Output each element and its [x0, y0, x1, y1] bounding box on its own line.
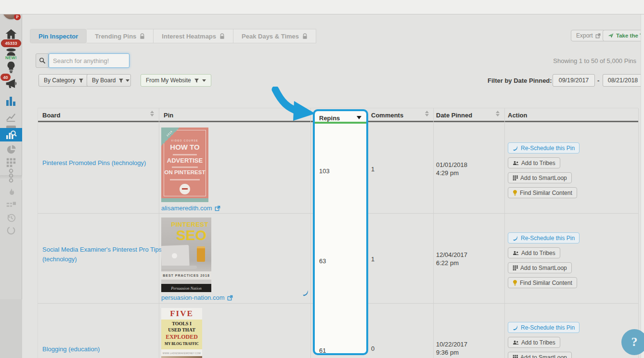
reschedule-pin-button[interactable]: Re-Schedule this Pin	[508, 232, 580, 243]
repins-value: 103	[319, 167, 330, 175]
tab-label: Interest Heatmaps	[162, 33, 216, 40]
pin-thumbnail[interactable]: FIVE TOOLS I USED THAT EXPLODED MY BLOG …	[161, 308, 202, 358]
board-link[interactable]: Pinterest Promoted Pins (technology)	[42, 158, 158, 168]
board-link[interactable]: Social Media Examiner's Pinterest Pro Ti…	[42, 245, 164, 264]
column-header-repins[interactable]: Repins	[319, 115, 340, 122]
sidebar-item-referral-traffic[interactable]	[0, 168, 22, 183]
people-icon	[513, 340, 519, 345]
reschedule-pin-button[interactable]: Re-Schedule this Pin	[508, 142, 580, 153]
tab-interest-heatmaps[interactable]: Interest Heatmaps	[154, 29, 233, 43]
poster-photo	[161, 356, 202, 358]
chevron-down-icon	[126, 79, 129, 82]
pin-source-link[interactable]: alisameredith.com	[161, 204, 220, 213]
sort-icon[interactable]	[150, 111, 154, 116]
pin-thumbnail[interactable]: 2018 VIDEO COURSE HOW TO ADVERTISE ON PI…	[161, 128, 208, 202]
flame-icon	[6, 187, 16, 198]
column-header-action: Action	[508, 112, 527, 119]
date-from-input[interactable]	[553, 74, 595, 87]
sort-icon[interactable]	[425, 111, 429, 116]
add-to-tribes-button[interactable]: Add to Tribes	[508, 157, 560, 168]
highlight-underline	[315, 122, 366, 124]
column-header-pin[interactable]: Pin	[164, 112, 173, 119]
add-to-smartloop-button[interactable]: Add to SmartLoop	[508, 262, 572, 273]
sidebar-item-home[interactable]	[0, 28, 22, 40]
column-header-comments[interactable]: Comments	[371, 112, 403, 119]
pin-inspector-app: Pin Inspector 44 ? P 45333 NEW!	[0, 0, 644, 358]
traffic-light-icon	[6, 168, 16, 183]
column-header-board[interactable]: Board	[42, 112, 61, 119]
tab-bar: Pin Inspector Trending Pins Interest Hea…	[30, 29, 316, 43]
filter-from-my-website-button[interactable]: From My Website	[141, 74, 211, 87]
poster-footer	[161, 198, 208, 202]
take-the-tour-button[interactable]: Take the Tour	[603, 30, 644, 41]
add-to-smartloop-button[interactable]: Add to SmartLoop	[508, 352, 572, 358]
home-icon	[4, 28, 18, 40]
time-pinned-value: 9:36 pm	[436, 349, 459, 356]
search-icon-box	[36, 53, 49, 68]
sync-icon	[6, 225, 16, 236]
tailwind-feather-icon	[513, 145, 518, 151]
tour-arrow-icon	[268, 87, 320, 124]
juice-glass-graphic	[197, 246, 205, 262]
tab-peak-days-times[interactable]: Peak Days & Times	[233, 29, 316, 43]
poster-text: FIVE	[161, 309, 202, 319]
pin-thumbnail[interactable]: PINTEREST SEO BEST PRACTICES 2018 Persua…	[161, 217, 211, 292]
sidebar-item-drafts[interactable]	[0, 201, 22, 209]
column-header-date-pinned[interactable]: Date Pinned	[436, 112, 472, 119]
lightbulb-icon	[5, 61, 17, 74]
sidebar-item-organic-pins[interactable]	[0, 157, 22, 167]
divider	[38, 108, 38, 358]
sidebar-item-insights[interactable]	[0, 61, 22, 74]
lightbulb-icon	[513, 280, 517, 286]
repins-column-highlight: Repins 103 63 61	[313, 109, 368, 355]
add-to-tribes-button[interactable]: Add to Tribes	[508, 337, 560, 348]
scrollbar-track[interactable]	[641, 14, 644, 358]
tab-label: Pin Inspector	[39, 33, 78, 40]
date-pinned-value: 01/01/2018	[436, 161, 467, 168]
reschedule-pin-button[interactable]: Re-Schedule this Pin	[508, 322, 580, 333]
search-input[interactable]	[49, 53, 129, 68]
button-label: Add to SmartLoop	[520, 265, 567, 271]
tour-label: Take the Tour	[616, 33, 644, 38]
pin-source-link[interactable]: persuasion-nation.com	[161, 293, 233, 303]
sort-icon[interactable]	[496, 111, 500, 116]
poster-text: BEST PRACTICES 2018	[161, 271, 211, 280]
sidebar-item-pin-inspector[interactable]	[0, 128, 22, 141]
poster-text: ADVERTISE	[161, 157, 208, 164]
sidebar-item-sync[interactable]	[0, 225, 22, 236]
find-similar-content-button[interactable]: Find Similar Content	[508, 277, 577, 288]
tab-pin-inspector[interactable]: Pin Inspector	[30, 29, 87, 43]
filter-by-date-label: Filter by Date Pinned:	[488, 77, 552, 84]
tab-trending-pins[interactable]: Trending Pins	[87, 29, 154, 43]
filter-by-board-button[interactable]: By Board	[87, 74, 131, 87]
button-label: Re-Schedule this Pin	[521, 324, 575, 331]
pie-chart-icon	[6, 144, 16, 155]
find-similar-content-button[interactable]: Find Similar Content	[508, 187, 577, 198]
chevron-down-icon	[202, 79, 206, 82]
tab-label: Trending Pins	[95, 33, 136, 40]
people-icon	[513, 160, 519, 166]
people-icon	[513, 250, 519, 256]
add-to-smartloop-button[interactable]: Add to SmartLoop	[508, 172, 572, 183]
poster-text: MY BLOG TRAFFIC	[161, 342, 202, 346]
sidebar-item-analytics[interactable]	[0, 95, 22, 107]
sidebar-item-category-insights[interactable]	[0, 144, 22, 155]
sidebar-item-history[interactable]	[0, 213, 22, 223]
date-to-input[interactable]	[603, 74, 643, 87]
sidebar-footer	[0, 299, 22, 358]
add-to-tribes-button[interactable]: Add to Tribes	[508, 247, 560, 258]
poster-text: SEO	[176, 227, 206, 243]
pin-source-url: alisameredith.com	[161, 204, 212, 213]
export-button[interactable]: Export	[571, 30, 606, 41]
sidebar-item-trending[interactable]	[0, 187, 22, 198]
button-label: Add to SmartLoop	[520, 354, 567, 358]
poster-logo	[180, 184, 190, 194]
board-link[interactable]: Blogging (education)	[42, 345, 100, 354]
help-beacon[interactable]: ?	[621, 329, 644, 355]
top-bar	[0, 0, 644, 14]
filter-label: By Category	[44, 77, 76, 84]
sidebar-item-profile-performance[interactable]	[0, 112, 22, 122]
button-label: Add to Tribes	[521, 250, 555, 256]
laptop-base	[161, 266, 197, 269]
table-top-border	[38, 108, 638, 108]
